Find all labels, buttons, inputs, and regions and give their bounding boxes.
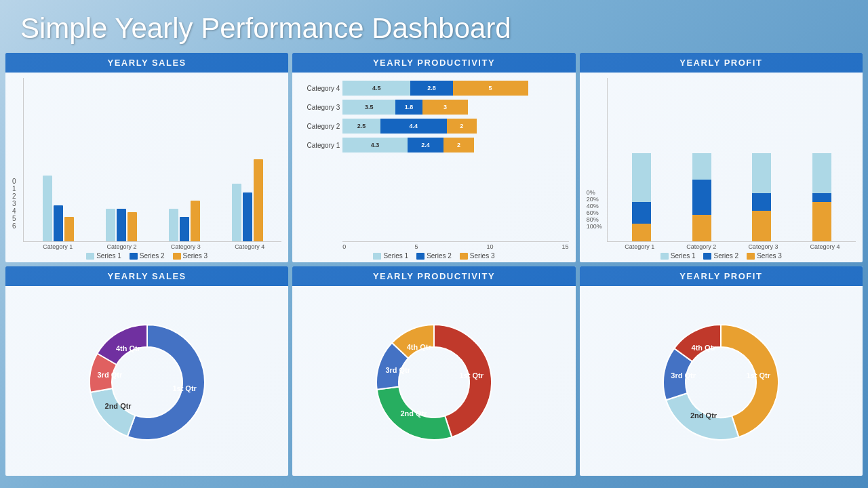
svg-text:4th Qtr: 4th Qtr [692, 344, 717, 352]
donut-profit: 1st Qtr2nd Qtr3rd Qtr4th Qtr [646, 308, 795, 457]
panel-header-sales-donut: YEARLY SALES [5, 266, 288, 286]
panel-header-productivity: YEARLY PRODUCTIVITY [292, 53, 575, 73]
bar-group [232, 159, 263, 241]
svg-text:4th Qtr: 4th Qtr [407, 343, 432, 351]
profit-seg-s1 [812, 153, 831, 193]
hbar-x-axis: 051015 [342, 241, 568, 250]
panel-header-profit: YEARLY PROFIT [580, 53, 863, 73]
hbar-row-1: Category 33.51.83 [299, 100, 568, 115]
bar-group [106, 209, 137, 241]
svg-text:3rd Qtr: 3rd Qtr [671, 371, 696, 380]
profit-legend: Series 1 Series 2 Series 3 [587, 252, 856, 260]
panel-yearly-profit-donut: YEARLY PROFIT 1st Qtr2nd Qtr3rd Qtr4th Q… [580, 266, 863, 476]
donut-sales: 1st Qtr2nd Qtr3rd Qtr4th Qtr [73, 308, 222, 457]
bar-legend-sales: Series 1 Series 2 Series 3 [12, 252, 281, 260]
bar-s2-cat1 [117, 209, 126, 241]
hbar-chart: Category 44.52.85Category 33.51.83Catego… [299, 78, 568, 241]
hbar-row-2: Category 22.54.42 [299, 119, 568, 134]
bar-s2-cat0 [54, 205, 63, 241]
profit-seg-s2 [632, 202, 651, 224]
svg-text:4th Qtr: 4th Qtr [116, 344, 141, 352]
profit-y-labels: 100%80%60%40%20%0% [587, 189, 607, 242]
hbar-seg-hs2: 4.4 [380, 119, 447, 134]
donut-area-profit: 1st Qtr2nd Qtr3rd Qtr4th Qtr [587, 291, 856, 473]
svg-text:3rd Qtr: 3rd Qtr [97, 371, 122, 379]
bar-group [169, 201, 200, 241]
bar-s2-cat3 [243, 192, 252, 242]
profit-bar-col-0 [632, 153, 651, 241]
dashboard-grid: YEARLY SALES 6543210 Category 1 Category… [0, 53, 868, 481]
svg-text:2nd Qtr: 2nd Qtr [690, 411, 717, 420]
profit-seg-s1 [692, 153, 711, 180]
profit-bar-col-2 [752, 153, 771, 241]
hbar-seg-hs3: 5 [453, 81, 528, 96]
bar-s1-cat1 [106, 209, 115, 241]
panel-yearly-sales-bar: YEARLY SALES 6543210 Category 1 Category… [5, 53, 288, 262]
bar-s3-cat1 [127, 212, 137, 242]
panel-header-profit-donut: YEARLY PROFIT [580, 266, 863, 286]
profit-seg-s1 [752, 153, 771, 193]
hbar-seg-hs2: 1.8 [395, 100, 422, 115]
profit-bar-col-3 [812, 153, 831, 241]
hbar-row-3: Category 14.32.42 [299, 138, 568, 152]
panel-header-yearly-sales: YEARLY SALES [5, 53, 288, 73]
hbar-seg-hs2: 2.8 [410, 81, 452, 96]
panel-yearly-productivity-hbar: YEARLY PRODUCTIVITY Category 44.52.85Cat… [292, 53, 575, 262]
profit-seg-s3 [632, 224, 651, 241]
hbar-seg-hs1: 3.5 [342, 100, 395, 115]
bar-group [43, 176, 74, 241]
bar-s3-cat2 [191, 201, 200, 241]
bar-x-labels-sales: Category 1 Category 2 Category 3 Categor… [12, 243, 281, 250]
svg-text:2nd Qtr: 2nd Qtr [104, 402, 132, 410]
profit-seg-s2 [692, 180, 711, 215]
bar-groups-sales [23, 78, 281, 242]
y-axis-labels-sales: 6543210 [12, 178, 23, 242]
profit-bars [607, 78, 856, 242]
donut-area-productivity: 1st Qtr2nd Qtr3rd Qtr4th Qtr [299, 291, 568, 473]
bar-s1-cat2 [169, 209, 178, 241]
hbar-seg-hs3: 3 [422, 100, 468, 115]
hbar-row-0: Category 44.52.85 [299, 81, 568, 96]
hbar-seg-hs1: 4.3 [342, 138, 408, 152]
profit-seg-s2 [752, 193, 771, 211]
panel-header-productivity-donut: YEARLY PRODUCTIVITY [292, 266, 575, 286]
profit-seg-s1 [632, 153, 651, 202]
bar-s2-cat2 [180, 217, 189, 241]
bar-s1-cat0 [43, 176, 52, 241]
panel-yearly-sales-donut: YEARLY SALES 1st Qtr2nd Qtr3rd Qtr4th Qt… [5, 266, 288, 476]
hbar-seg-hs3: 2 [443, 138, 473, 152]
svg-text:3rd Qtr: 3rd Qtr [385, 366, 410, 374]
svg-text:1st Qtr: 1st Qtr [747, 371, 771, 380]
page-title: Simple Yearly Performance Dashboard [0, 0, 868, 53]
bar-s3-cat3 [254, 159, 263, 241]
svg-text:1st Qtr: 1st Qtr [172, 384, 197, 392]
profit-seg-s3 [752, 211, 771, 242]
profit-seg-s3 [812, 202, 831, 242]
profit-seg-s2 [812, 193, 831, 202]
bar-s3-cat0 [64, 217, 74, 241]
profit-bar-col-1 [692, 153, 711, 241]
donut-productivity: 1st Qtr2nd Qtr3rd Qtr4th Qtr [359, 308, 509, 457]
bar-s1-cat3 [232, 184, 241, 241]
profit-x-labels: Category 1 Category 2 Category 3 Categor… [587, 243, 856, 250]
hbar-legend: Series 1 Series 2 Series 3 [299, 252, 568, 260]
svg-text:1st Qtr: 1st Qtr [460, 371, 484, 380]
donut-area-sales: 1st Qtr2nd Qtr3rd Qtr4th Qtr [12, 291, 281, 473]
svg-text:2nd Qtr: 2nd Qtr [400, 409, 427, 418]
hbar-seg-hs2: 2.4 [408, 138, 443, 152]
profit-seg-s3 [692, 215, 711, 241]
hbar-seg-hs1: 4.5 [342, 81, 410, 96]
hbar-seg-hs1: 2.5 [342, 119, 380, 134]
panel-yearly-profit-stacked: YEARLY PROFIT 100%80%60%40%20%0% Categor… [580, 53, 863, 262]
panel-yearly-productivity-donut: YEARLY PRODUCTIVITY 1st Qtr2nd Qtr3rd Qt… [292, 266, 575, 476]
hbar-seg-hs3: 2 [447, 119, 477, 134]
